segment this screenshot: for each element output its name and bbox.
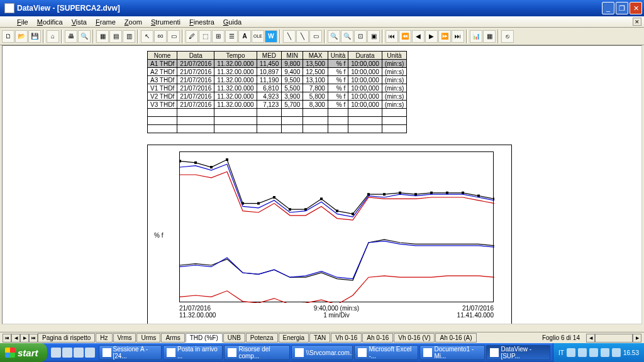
svg-rect-41 — [477, 195, 480, 197]
quick-chrome-icon[interactable] — [74, 348, 84, 358]
quick-launch — [47, 348, 99, 358]
taskbar-item[interactable]: \\Srvcomar.com... — [291, 345, 353, 360]
close-document-button[interactable]: ✕ — [633, 18, 641, 26]
pointer-icon[interactable]: ↖ — [141, 30, 153, 43]
lang-indicator[interactable]: IT — [558, 349, 564, 356]
line1-icon[interactable]: ╲ — [283, 30, 296, 43]
sheet-tab[interactable]: Hz — [96, 333, 112, 343]
frame-icon[interactable]: ▭ — [167, 30, 180, 43]
sheet-tab[interactable]: Ah 0-16 (A) — [435, 333, 476, 343]
new-file-icon[interactable]: 🗋 — [2, 30, 14, 43]
home-icon[interactable]: ⌂ — [47, 30, 59, 43]
zoom-in-icon[interactable]: 🔍 — [328, 30, 340, 43]
menu-finestra[interactable]: Finestra — [185, 18, 219, 26]
ole-icon[interactable]: OLE — [252, 30, 264, 43]
tab-left-label[interactable]: Pagina di rispetto — [38, 333, 95, 343]
word-icon[interactable]: W — [265, 30, 277, 43]
sheet-tab[interactable]: Energia — [279, 333, 309, 343]
windows-taskbar: start Sessione A - [24...Posta in arrivo… — [0, 343, 644, 362]
zoom-reset-icon[interactable]: ⊡ — [354, 30, 367, 43]
hscroll-left-icon[interactable]: ◀ — [586, 334, 595, 343]
chart-icon[interactable]: 📊 — [470, 30, 482, 43]
menubar: FileModificaVistaFrameZoomStrumentiFines… — [0, 16, 644, 28]
sheet-tab[interactable]: Urms — [136, 333, 160, 343]
select-top-icon[interactable]: ⬚ — [199, 30, 211, 43]
sheet-tab[interactable]: UNB — [223, 333, 245, 343]
taskbar-item[interactable]: Documento1 - Mi... — [419, 345, 485, 360]
table-row[interactable]: V1 THDf21/07/201611.32.00.0006,8105,5007… — [148, 84, 407, 92]
last-icon[interactable]: ⏭ — [452, 30, 464, 43]
svg-rect-33 — [352, 212, 354, 215]
menu-file[interactable]: File — [13, 18, 33, 26]
tray-misc-icon[interactable] — [612, 348, 621, 357]
sheet-tab[interactable]: Potenza — [246, 333, 278, 343]
table-icon[interactable]: ▦ — [483, 30, 496, 43]
clock[interactable]: 16.53 — [623, 349, 639, 356]
menu-zoom[interactable]: Zoom — [120, 18, 147, 26]
sheet-tab[interactable]: Arms — [161, 333, 184, 343]
grid2-icon[interactable]: ▤ — [109, 30, 122, 43]
open-file-icon[interactable]: 📂 — [15, 30, 28, 43]
taskbar-item[interactable]: Risorse del comp... — [224, 345, 290, 360]
first-icon[interactable]: ⏮ — [386, 30, 398, 43]
table-row[interactable]: V3 THDf21/07/201611.32.00.0007,1235,7008… — [148, 101, 407, 109]
zoom60-icon[interactable]: 60 — [154, 30, 167, 43]
line2-icon[interactable]: ╲ — [296, 30, 309, 43]
preview-icon[interactable]: 🔍 — [78, 30, 91, 43]
taskbar-item[interactable]: Sessione A - [24... — [99, 345, 162, 360]
tray-volume-icon[interactable] — [567, 348, 575, 357]
tab-prev-icon[interactable]: ◀ — [11, 334, 20, 343]
tray-usb-icon[interactable] — [601, 348, 609, 357]
hscroll-right-icon[interactable]: ▶ — [633, 334, 641, 343]
menu-vista[interactable]: Vista — [67, 18, 91, 26]
zoom-fit-icon[interactable]: ▣ — [367, 30, 380, 43]
sheet-tab[interactable]: TAN — [309, 333, 330, 343]
taskbar-item[interactable]: Posta in arrivo ... — [163, 345, 223, 360]
minimize-button[interactable]: _ — [602, 2, 614, 14]
maximize-button[interactable]: ❐ — [616, 2, 628, 14]
rect-icon[interactable]: ▭ — [309, 30, 322, 43]
zoom-out-icon[interactable]: 🔍 — [341, 30, 353, 43]
hscroll-track[interactable] — [595, 334, 633, 343]
sheet-tab[interactable]: Ah 0-16 — [362, 333, 393, 343]
table-row[interactable]: A3 THDf21/07/201611.32.00.00011,1909,500… — [148, 76, 407, 84]
start-button[interactable]: start — [0, 343, 47, 362]
table-row[interactable]: A1 THDf21/07/201611.32.00.00011,4509,800… — [148, 60, 407, 68]
tab-first-icon[interactable]: ⏮ — [3, 334, 11, 343]
close-button[interactable]: ✕ — [630, 2, 642, 14]
list-icon[interactable]: ☰ — [225, 30, 238, 43]
menu-modifica[interactable]: Modifica — [33, 18, 67, 26]
table-row[interactable]: V2 THDf21/07/201611.32.00.0004,9233,9005… — [148, 92, 407, 101]
taskbar-item[interactable]: Microsoft Excel -... — [354, 345, 418, 360]
tray-network-icon[interactable] — [589, 348, 598, 357]
select-bot-icon[interactable]: ⊞ — [212, 30, 225, 43]
sheet-tab[interactable]: Vh 0-16 (V) — [394, 333, 435, 343]
chart-plot-area[interactable]: 4567891011121314 — [179, 151, 494, 302]
menu-strumenti[interactable]: Strumenti — [147, 18, 185, 26]
prev2-icon[interactable]: ⏪ — [399, 30, 411, 43]
next-icon[interactable]: ▶ — [425, 30, 438, 43]
quick-firefox-icon[interactable] — [62, 348, 72, 358]
menu-frame[interactable]: Frame — [91, 18, 120, 26]
tray-antivirus-icon[interactable] — [578, 348, 587, 357]
table-row[interactable]: A2 THDf21/07/201611.32.00.00010,8979,400… — [148, 68, 407, 76]
tab-next-icon[interactable]: ▶ — [20, 334, 29, 343]
print-icon[interactable]: 🖶 — [65, 30, 77, 43]
tab-last-icon[interactable]: ⏭ — [29, 334, 38, 343]
taskbar-item[interactable]: DataView - [SUP... — [486, 345, 550, 360]
quick-desktop-icon[interactable] — [85, 348, 95, 358]
exit-icon[interactable]: ⎋ — [501, 30, 514, 43]
quick-ie-icon[interactable] — [51, 348, 61, 358]
sheet-tab[interactable]: THD (%F) — [186, 333, 223, 343]
sheet-tab[interactable]: Vrms — [113, 333, 136, 343]
prev-icon[interactable]: ◀ — [412, 30, 425, 43]
menu-guida[interactable]: Guida — [219, 18, 246, 26]
sheet-tab[interactable]: Vh 0-16 — [331, 333, 362, 343]
grid1-icon[interactable]: ▦ — [96, 30, 109, 43]
save-file-icon[interactable]: 💾 — [28, 30, 41, 43]
tool-a-icon[interactable]: 🖉 — [186, 30, 198, 43]
toolbar: 🗋 📂 💾 ⌂ 🖶 🔍 ▦ ▤ ▥ ↖ 60 ▭ 🖉 ⬚ ⊞ ☰ A OLE W… — [0, 28, 644, 45]
text-A-icon[interactable]: A — [238, 30, 251, 43]
next2-icon[interactable]: ⏩ — [438, 30, 451, 43]
grid3-icon[interactable]: ▥ — [123, 30, 135, 43]
